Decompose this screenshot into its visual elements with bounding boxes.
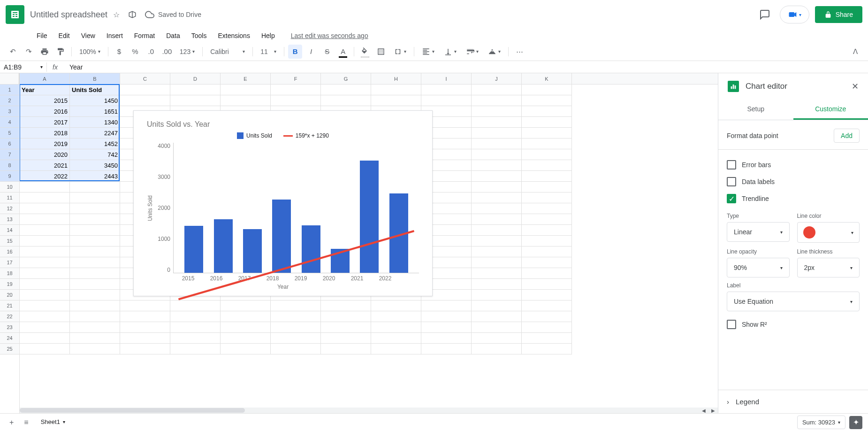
col-head-D[interactable]: D [170, 73, 221, 84]
cell[interactable] [371, 95, 421, 106]
cell[interactable] [522, 236, 572, 246]
trendline-checkbox[interactable]: ✓ Trendline [727, 190, 860, 207]
cell[interactable]: 2016 [20, 106, 70, 117]
cell[interactable] [70, 311, 120, 322]
cell[interactable] [70, 203, 120, 214]
cell[interactable]: 2017 [20, 117, 70, 128]
cell[interactable] [472, 246, 522, 257]
row-head[interactable]: 23 [0, 322, 19, 333]
merge-cells-dropdown[interactable]: ▾ [390, 46, 410, 58]
cell[interactable] [522, 290, 572, 300]
cell[interactable] [170, 333, 221, 344]
strikethrough-icon[interactable]: S [320, 45, 334, 59]
paint-format-icon[interactable] [53, 45, 68, 59]
sheet-tab[interactable]: Sheet1▾ [35, 415, 71, 430]
cell[interactable] [522, 192, 572, 203]
row-head[interactable]: 21 [0, 300, 19, 311]
cell[interactable] [70, 344, 120, 354]
col-head-K[interactable]: K [522, 73, 572, 84]
cell[interactable] [522, 311, 572, 322]
col-head-C[interactable]: C [120, 73, 170, 84]
cell[interactable] [522, 95, 572, 106]
cell[interactable] [522, 257, 572, 268]
cell[interactable] [472, 203, 522, 214]
cell[interactable]: 2020 [20, 149, 70, 160]
opacity-select[interactable]: 90%▾ [727, 258, 790, 277]
cell[interactable] [472, 257, 522, 268]
cell[interactable] [221, 311, 271, 322]
cell[interactable] [170, 85, 221, 95]
redo-icon[interactable]: ↷ [22, 45, 36, 59]
scroll-right-icon[interactable]: ▶ [711, 408, 715, 413]
cell[interactable] [221, 95, 271, 106]
row-head[interactable]: 7 [0, 149, 19, 160]
cell[interactable] [120, 300, 170, 311]
cell[interactable] [472, 225, 522, 236]
star-icon[interactable]: ☆ [113, 10, 120, 19]
h-align-dropdown[interactable]: ▾ [418, 46, 438, 58]
row-head[interactable]: 25 [0, 344, 19, 354]
last-edit-link[interactable]: Last edit was seconds ago [291, 32, 368, 39]
cell[interactable] [522, 171, 572, 182]
cell[interactable] [421, 333, 472, 344]
cell[interactable] [70, 290, 120, 300]
decrease-decimal-icon[interactable]: .0 [144, 45, 158, 59]
font-dropdown[interactable]: Calibri▾ [206, 46, 249, 57]
row-head[interactable]: 24 [0, 333, 19, 344]
cell[interactable] [472, 311, 522, 322]
cell[interactable] [472, 214, 522, 225]
thickness-select[interactable]: 2px▾ [797, 258, 860, 277]
cloud-saved[interactable]: Saved to Drive [145, 10, 201, 19]
cell[interactable] [522, 333, 572, 344]
error-bars-checkbox[interactable]: Error bars [727, 156, 860, 173]
cell[interactable] [271, 95, 321, 106]
collapse-toolbar-icon[interactable]: ᐱ [848, 45, 862, 59]
italic-icon[interactable]: I [304, 45, 318, 59]
rotate-dropdown[interactable]: ▾ [484, 46, 504, 58]
formula-input[interactable]: Year [66, 62, 868, 72]
cell[interactable] [522, 85, 572, 95]
row-head[interactable]: 16 [0, 246, 19, 257]
cell[interactable] [522, 300, 572, 311]
cell[interactable] [20, 214, 70, 225]
row-head[interactable]: 5 [0, 128, 19, 139]
cell[interactable] [70, 322, 120, 333]
more-icon[interactable]: ⋯ [512, 45, 526, 59]
col-head-E[interactable]: E [221, 73, 271, 84]
cell[interactable]: Units Sold [70, 85, 120, 95]
cell[interactable]: 2022 [20, 171, 70, 182]
cell[interactable] [371, 333, 421, 344]
cell[interactable] [70, 192, 120, 203]
type-select[interactable]: Linear▾ [727, 222, 790, 242]
row-head[interactable]: 22 [0, 311, 19, 322]
cell[interactable] [70, 300, 120, 311]
menu-tools[interactable]: Tools [187, 30, 212, 41]
embedded-chart[interactable]: Units Sold vs. Year Units Sold 159*x + 1… [133, 110, 433, 296]
cell[interactable] [321, 85, 371, 95]
cell[interactable] [70, 236, 120, 246]
row-head[interactable]: 1 [0, 85, 19, 95]
cell[interactable] [70, 182, 120, 192]
cell[interactable] [472, 117, 522, 128]
cell[interactable] [221, 322, 271, 333]
sheets-logo[interactable] [6, 5, 24, 24]
cell[interactable] [472, 333, 522, 344]
cell[interactable]: 2021 [20, 160, 70, 171]
cell[interactable] [371, 300, 421, 311]
v-align-dropdown[interactable]: ▾ [440, 46, 460, 58]
cell[interactable] [371, 85, 421, 95]
cell[interactable] [20, 203, 70, 214]
cell[interactable] [371, 311, 421, 322]
fill-color-icon[interactable] [358, 45, 372, 59]
row-head[interactable]: 18 [0, 268, 19, 279]
cell[interactable] [522, 279, 572, 290]
add-button[interactable]: Add [834, 129, 860, 143]
cell[interactable] [472, 236, 522, 246]
cell[interactable] [271, 311, 321, 322]
cell[interactable] [170, 300, 221, 311]
cell[interactable] [472, 344, 522, 354]
row-head[interactable]: 19 [0, 279, 19, 290]
cell[interactable] [20, 311, 70, 322]
cell[interactable]: 3450 [70, 160, 120, 171]
cell[interactable] [472, 279, 522, 290]
